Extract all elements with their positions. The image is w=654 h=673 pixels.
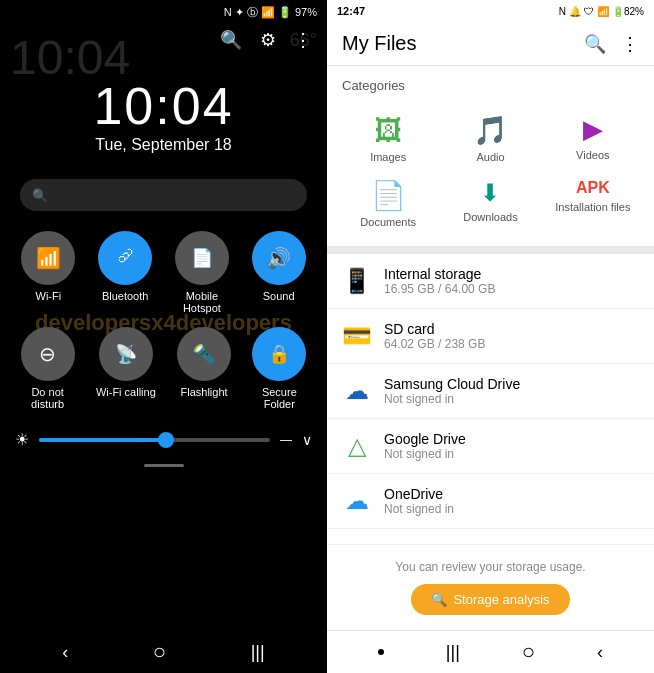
wifi-circle: 📶 (21, 231, 75, 285)
samsung-info: Samsung Cloud Drive Not signed in (384, 376, 639, 406)
recent-button-left[interactable]: ||| (251, 642, 265, 663)
dot-nav-right (378, 649, 384, 655)
storage-analysis-button[interactable]: 🔍 Storage analysis (411, 584, 569, 615)
bluetooth-circle: ᪬ (98, 231, 152, 285)
videos-icon: ▶ (583, 114, 603, 145)
divider (327, 246, 654, 254)
hotspot-label: MobileHotspot (183, 290, 221, 314)
images-label: Images (370, 151, 406, 163)
brightness-track[interactable] (39, 438, 270, 442)
tile-wifi[interactable]: 📶 Wi-Fi (21, 231, 75, 314)
dnd-label: Do notdisturb (31, 386, 64, 410)
documents-label: Documents (360, 216, 416, 228)
nav-bar-right: ||| ○ ‹ (327, 630, 654, 673)
clock-area: 10:04 Tue, September 18 (0, 56, 327, 164)
sdcard-sub: 64.02 GB / 238 GB (384, 337, 639, 351)
search-bar-left[interactable]: 🔍 (20, 179, 307, 211)
google-name: Google Drive (384, 431, 639, 447)
status-time-right: 12:47 (337, 5, 365, 17)
tile-hotspot[interactable]: 📄 MobileHotspot (175, 231, 229, 314)
wificall-circle: 📡 (99, 327, 153, 381)
back-button-left[interactable]: ‹ (62, 642, 68, 663)
drag-handle (144, 464, 184, 467)
quick-tiles-row1: 📶 Wi-Fi ᪬ Bluetooth 📄 MobileHotspot 🔊 So… (0, 221, 327, 319)
onedrive-sub: Not signed in (384, 502, 639, 516)
search-icon-right[interactable]: 🔍 (584, 33, 606, 55)
securefolder-label: SecureFolder (262, 386, 297, 410)
dnd-circle: ⊖ (21, 327, 75, 381)
apk-label: Installation files (555, 201, 630, 213)
storage-onedrive[interactable]: ☁ OneDrive Not signed in (327, 474, 654, 529)
onedrive-icon: ☁ (342, 487, 372, 515)
category-audio[interactable]: 🎵 Audio (439, 106, 541, 171)
sdcard-name: SD card (384, 321, 639, 337)
downloads-label: Downloads (463, 211, 517, 223)
samsung-icon: ☁ (342, 377, 372, 405)
clock-date: Tue, September 18 (0, 136, 327, 154)
storage-internal[interactable]: 📱 Internal storage 16.95 GB / 64.00 GB (327, 254, 654, 309)
hotspot-circle: 📄 (175, 231, 229, 285)
status-bar-right: 12:47 N 🔔 🛡 📶 🔋82% (327, 0, 654, 22)
status-icons-right: N 🔔 🛡 📶 🔋82% (559, 6, 644, 17)
documents-icon: 📄 (371, 179, 406, 212)
category-apk[interactable]: APK Installation files (542, 171, 644, 236)
bg-temp: 66° (290, 30, 317, 51)
storage-footer-text: You can review your storage usage. (342, 560, 639, 574)
status-icons-left: N ✦ ⓑ 📶 🔋 97% (224, 5, 317, 20)
notification-icon: N (559, 6, 566, 17)
storage-analysis-label: Storage analysis (453, 592, 549, 607)
storage-google[interactable]: △ Google Drive Not signed in (327, 419, 654, 474)
categories-label: Categories (327, 66, 654, 101)
videos-label: Videos (576, 149, 609, 161)
tile-flashlight[interactable]: 🔦 Flashlight (177, 327, 231, 410)
category-documents[interactable]: 📄 Documents (337, 171, 439, 236)
back-button-right[interactable]: ‹ (597, 642, 603, 663)
onedrive-name: OneDrive (384, 486, 639, 502)
quick-tiles-row2: ⊖ Do notdisturb 📡 Wi-Fi calling 🔦 Flashl… (0, 319, 327, 415)
storage-sdcard[interactable]: 💳 SD card 64.02 GB / 238 GB (327, 309, 654, 364)
sound-circle: 🔊 (252, 231, 306, 285)
search-icon-left[interactable]: 🔍 (220, 29, 242, 51)
more-icon-right[interactable]: ⋮ (621, 33, 639, 55)
brightness-icon: ☀ (15, 430, 29, 449)
settings-icon-left[interactable]: ⚙ (260, 29, 276, 51)
storage-list: 📱 Internal storage 16.95 GB / 64.00 GB 💳… (327, 254, 654, 544)
images-icon: 🖼 (374, 114, 402, 147)
tile-wificall[interactable]: 📡 Wi-Fi calling (96, 327, 156, 410)
home-button-right[interactable]: ○ (522, 639, 535, 665)
sdcard-icon: 💳 (342, 322, 372, 350)
internal-sub: 16.95 GB / 64.00 GB (384, 282, 639, 296)
tile-bluetooth[interactable]: ᪬ Bluetooth (98, 231, 152, 314)
left-panel: 10:04 66° developersx4developers N ✦ ⓑ 📶… (0, 0, 327, 673)
wifi-label: Wi-Fi (36, 290, 62, 302)
google-sub: Not signed in (384, 447, 639, 461)
chevron-down-icon[interactable]: ∨ (302, 432, 312, 448)
brightness-fill (39, 438, 166, 442)
search-icon-bar: 🔍 (32, 188, 48, 203)
flashlight-circle: 🔦 (177, 327, 231, 381)
onedrive-info: OneDrive Not signed in (384, 486, 639, 516)
categories-grid: 🖼 Images 🎵 Audio ▶ Videos 📄 Documents ⬇ … (327, 101, 654, 246)
bluetooth-label: Bluetooth (102, 290, 148, 302)
category-videos[interactable]: ▶ Videos (542, 106, 644, 171)
home-button-left[interactable]: ○ (153, 639, 166, 665)
nav-bar-left: ‹ ○ ||| (0, 631, 327, 673)
battery-icon: 🔋82% (612, 6, 644, 17)
tile-dnd[interactable]: ⊖ Do notdisturb (21, 327, 75, 410)
wificall-label: Wi-Fi calling (96, 386, 156, 398)
signal-icon: 📶 (597, 6, 609, 17)
brightness-thumb (158, 432, 174, 448)
clock-time: 10:04 (0, 76, 327, 136)
category-downloads[interactable]: ⬇ Downloads (439, 171, 541, 236)
header-icons: 🔍 ⋮ (584, 33, 639, 55)
tile-sound[interactable]: 🔊 Sound (252, 231, 306, 314)
tile-securefolder[interactable]: 🔒 SecureFolder (252, 327, 306, 410)
securefolder-circle: 🔒 (252, 327, 306, 381)
brightness-row: ☀ — ∨ (0, 415, 327, 454)
storage-samsung[interactable]: ☁ Samsung Cloud Drive Not signed in (327, 364, 654, 419)
audio-icon: 🎵 (473, 114, 508, 147)
internal-info: Internal storage 16.95 GB / 64.00 GB (384, 266, 639, 296)
category-images[interactable]: 🖼 Images (337, 106, 439, 171)
status-bar-left: N ✦ ⓑ 📶 🔋 97% (0, 0, 327, 24)
recent-button-right[interactable]: ||| (446, 642, 460, 663)
